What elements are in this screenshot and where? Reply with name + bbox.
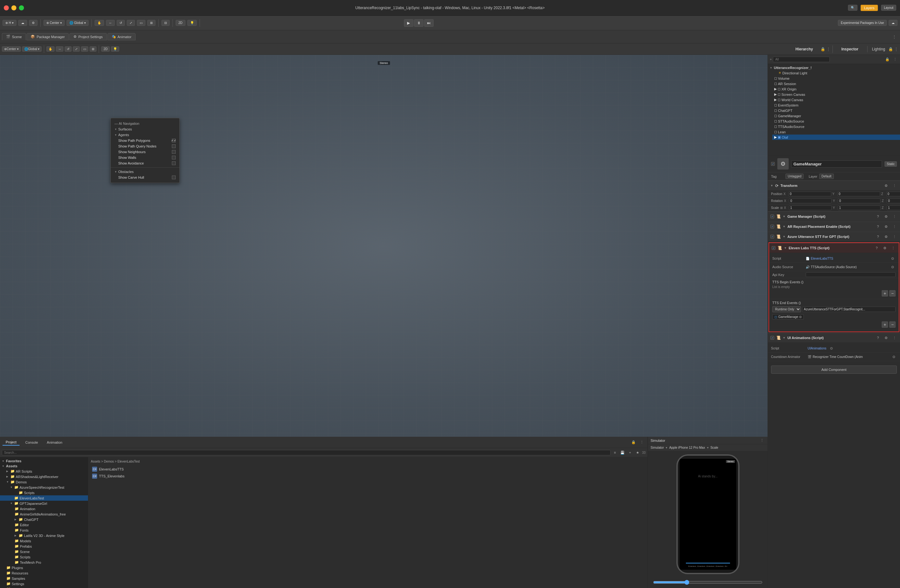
settings-button[interactable]: ⚙ — [29, 20, 37, 26]
ar-raycast-help[interactable]: ? — [875, 223, 881, 230]
minimize-button[interactable] — [11, 5, 16, 11]
game-manager-enabled[interactable]: ✓ — [770, 215, 774, 218]
scene-transform[interactable]: ⊞ — [90, 46, 96, 52]
ar-raycast-menu[interactable]: ⋮ — [891, 223, 897, 230]
maximize-button[interactable] — [19, 5, 24, 11]
hand-tool[interactable]: ✋ — [95, 20, 104, 26]
show-carve-hull-item[interactable]: Show Carve Hull — [111, 175, 179, 180]
eleven-labs-help[interactable]: ? — [874, 245, 880, 251]
eleven-labs-enabled[interactable]: ✓ — [772, 246, 776, 250]
game-manager-component-header[interactable]: ✓ 📜 ▼ Game Manager (Script) ? ⚙ ⋮ — [768, 212, 900, 221]
2d-button[interactable]: 2D — [175, 20, 185, 26]
position-x-input[interactable] — [789, 192, 831, 197]
ui-anim-menu[interactable]: ⋮ — [891, 335, 897, 341]
tree-speechsdk[interactable]: 📁 SpeechSDK — [5, 586, 88, 588]
show-neighbours-item[interactable]: Show Neighbours — [111, 149, 179, 155]
scale-slider[interactable] — [653, 580, 762, 585]
hierarchy-ttsaudio[interactable]: ◻ TTSAudioSource — [772, 124, 900, 129]
tab-project[interactable]: Project — [3, 439, 20, 446]
hierarchy-volume[interactable]: ◻ Volume — [772, 76, 900, 81]
show-path-query-nodes-checkbox[interactable] — [172, 144, 175, 148]
account-button[interactable]: ⊕ H ▾ — [3, 20, 16, 26]
agents-section[interactable]: Agents — [111, 132, 179, 138]
tree-resources[interactable]: 📁 Resources — [5, 570, 88, 576]
tree-chatgpt[interactable]: ▶ 📁 ChatGPT — [0, 517, 88, 522]
scene-viewport[interactable]: Stereo — AI Navigation Surfaces Agents S… — [0, 55, 768, 437]
scale-x-input[interactable] — [789, 206, 832, 210]
hierarchy-menu-btn[interactable]: ⋮ — [892, 56, 898, 62]
transform-tool[interactable]: ⊞ — [147, 20, 155, 26]
simulator-mode[interactable]: Simulator — [650, 446, 664, 449]
show-carve-hull-checkbox[interactable] — [172, 175, 175, 179]
tree-textmesh[interactable]: 📁 TextMesh Pro — [0, 560, 88, 565]
inspector-lock[interactable]: 🔒 — [888, 47, 893, 51]
position-y-input[interactable] — [838, 192, 880, 197]
azure-stt-help[interactable]: ? — [875, 234, 881, 240]
rotation-z-input[interactable] — [887, 198, 900, 203]
azure-stt-menu[interactable]: ⋮ — [891, 234, 897, 240]
hierarchy-plus-icon[interactable]: + — [770, 57, 772, 61]
grid-button[interactable]: ⊟ — [161, 20, 170, 26]
tab-console[interactable]: Console — [22, 439, 41, 445]
tree-editor[interactable]: 📁 Editor — [0, 522, 88, 528]
show-avoidance-checkbox[interactable] — [172, 161, 175, 165]
ui-anim-help[interactable]: ? — [875, 335, 881, 341]
scene-hand[interactable]: ✋ — [47, 46, 54, 52]
scene-center-btn[interactable]: ⊕Center ▾ — [2, 46, 21, 52]
rotation-y-input[interactable] — [838, 198, 880, 203]
hierarchy-ar-session[interactable]: ◻ AR Session — [772, 81, 900, 86]
favorites-item[interactable]: ▼ Favorites — [0, 458, 88, 464]
tag-dropdown[interactable]: Untagged — [785, 173, 804, 179]
rotation-x-input[interactable] — [789, 198, 832, 203]
tab-project-settings[interactable]: ⚙ Project Settings — [69, 33, 107, 40]
layer-dropdown[interactable]: Default — [819, 173, 834, 179]
ar-raycast-settings[interactable]: ⚙ — [883, 223, 889, 230]
tab-animation[interactable]: Animation — [44, 439, 65, 445]
tree-latifa[interactable]: ▶ 📁 Latifa V2 3D - Anime Style — [0, 533, 88, 538]
global-button[interactable]: 🌐 Global ▾ — [67, 20, 88, 26]
eleven-labs-menu[interactable]: ⋮ — [890, 245, 896, 251]
hierarchy-menu[interactable]: ⋮ — [827, 47, 830, 51]
api-key-input[interactable] — [806, 272, 895, 277]
add-component-button[interactable]: Add Component — [771, 365, 897, 374]
simulator-menu[interactable]: ⋮ — [759, 437, 765, 444]
light-button[interactable]: 💡 — [187, 20, 197, 26]
tts-begin-add[interactable]: + — [882, 290, 888, 297]
close-button[interactable] — [4, 5, 9, 11]
center-button[interactable]: ⊕ Center ▾ — [43, 20, 65, 26]
runtime-only-select[interactable]: Runtime Only — [772, 306, 801, 312]
star-icon[interactable]: ★ — [635, 449, 641, 456]
lighting-label[interactable]: Lighting — [870, 47, 887, 51]
scene-scale[interactable]: ⤢ — [73, 46, 80, 52]
move-tool[interactable]: ↔ — [106, 20, 115, 26]
scene-light[interactable]: 💡 — [111, 46, 119, 52]
hierarchy-search-input[interactable] — [773, 57, 829, 62]
eleven-labs-settings[interactable]: ⚙ — [882, 245, 888, 251]
hierarchy-directional-light[interactable]: ☀ Directional Light — [772, 70, 900, 76]
asset-tts-elevenlabs[interactable]: C# TTS_Elevenlabs — [91, 473, 645, 480]
ui-anim-settings[interactable]: ⚙ — [883, 335, 889, 341]
tree-settings[interactable]: 📁 Settings — [5, 581, 88, 586]
position-z-input[interactable] — [886, 192, 900, 197]
hierarchy-world-canvas[interactable]: ▶ ◻ World Canvas — [772, 97, 900, 102]
game-manager-settings[interactable]: ⚙ — [883, 214, 889, 220]
step-button[interactable]: ⏭ — [424, 19, 434, 27]
tree-prefabs[interactable]: 📁 Prefabs — [0, 543, 88, 549]
tree-fonts[interactable]: 📁 Fonts — [0, 528, 88, 533]
lock-icon[interactable]: 🔒 — [630, 439, 637, 446]
hierarchy-root[interactable]: ▼ UtteranceRecognizer_! — [768, 65, 900, 70]
scene-global-btn[interactable]: 🌐Global ▾ — [22, 46, 42, 52]
game-manager-help[interactable]: ? — [875, 214, 881, 220]
tree-scripts-sub[interactable]: 📁 Scripts — [0, 490, 88, 495]
collab-button[interactable]: ☁ — [889, 20, 897, 26]
filter-icon[interactable]: ≡ — [612, 449, 618, 456]
hierarchy-chatgpt[interactable]: ◻ ChatGPT — [772, 108, 900, 113]
game-manager-menu[interactable]: ⋮ — [891, 214, 897, 220]
ar-raycast-component-header[interactable]: ✓ 📜 ▼ AR Raycast Placement Enable (Scrip… — [768, 221, 900, 232]
tree-scene[interactable]: 📁 Scene — [0, 549, 88, 554]
save-search-icon[interactable]: 💾 — [619, 449, 625, 456]
search-button[interactable]: 🔍 — [848, 5, 857, 11]
hierarchy-olaf[interactable]: ▶ ▣ Olaf — [772, 135, 900, 140]
azure-stt-settings[interactable]: ⚙ — [883, 234, 889, 240]
tree-models[interactable]: 📁 Models — [0, 538, 88, 543]
